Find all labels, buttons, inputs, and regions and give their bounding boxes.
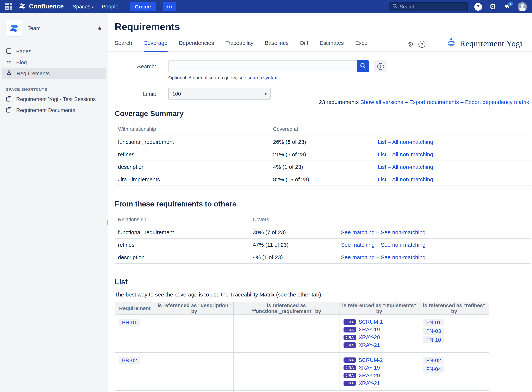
table-row: Jira - implements 82% (19 of 23) List – … [115,173,531,186]
help-button[interactable]: ? [474,2,482,11]
jira-issue[interactable]: XRAY-21 [359,380,380,386]
export-requirements-link[interactable]: Export requirements [409,99,459,105]
refines-cell: FN-01 FN-03 FN-10 [419,315,489,352]
tab-traceability[interactable]: Traceability [225,40,253,52]
sidebar-item-requirements[interactable]: Requirements [2,68,106,79]
description-cell [155,315,234,352]
see-matching-link[interactable]: See matching [341,229,375,235]
see-non-matching-link[interactable]: See non-matching [381,254,426,260]
create-more-button[interactable]: ••• [163,2,176,11]
run-search-button[interactable] [357,60,369,72]
coverage-list-table: Requirement is referenced as "descriptio… [115,302,489,392]
list-link[interactable]: List [378,151,386,157]
search-help-button[interactable]: ? [374,60,387,72]
tab-bar: Search Coverage Dependencies Traceabilit… [108,40,532,52]
jira-issue[interactable]: XRAY-20 [359,373,380,378]
create-button[interactable]: Create [130,2,156,11]
list-link[interactable]: List [378,139,386,145]
see-non-matching-link[interactable]: See non-matching [381,242,426,248]
jira-issue-link: JIRAXRAY-21 [344,342,415,348]
space-shortcuts-title: SPACE SHORTCUTS [0,79,108,94]
app-switcher-icon[interactable] [5,3,12,10]
export-dependency-matrix-link[interactable]: Export dependency matrix [465,99,529,105]
sidebar-item-label: Pages [16,48,31,54]
jira-issue[interactable]: SCRUM-1 [359,319,383,325]
jira-issue[interactable]: XRAY-19 [359,327,380,333]
jira-issue-link: JIRASCRUM-2 [344,357,415,363]
list-title: List [115,278,128,286]
requirement-chip[interactable]: FN-01 [423,319,444,326]
nav-people[interactable]: People [102,4,118,9]
tab-diff[interactable]: Diff [300,40,308,52]
gear-icon: ⚙ [489,3,496,10]
space-logo[interactable] [6,20,22,36]
column-header: Covered at [273,126,298,132]
pages-icon [6,48,12,55]
coverage-summary-title: Coverage Summary [115,109,184,118]
tab-coverage[interactable]: Coverage [144,40,167,52]
confluence-logo[interactable]: Confluence [18,2,64,11]
show-all-versions-link[interactable]: Show all versions [360,99,403,105]
jira-issue[interactable]: XRAY-19 [359,365,380,371]
shortcut-test-sessions[interactable]: Requirement Yogi - Test Sessions [2,94,106,105]
sidebar-item-blog[interactable]: ” Blog [2,57,106,68]
jira-issue-link: JIRAXRAY-19 [344,327,415,333]
sidebar-item-label: Requirements [17,70,50,76]
search-syntax-link[interactable]: search syntax [248,75,277,80]
settings-button[interactable]: ⚙ [488,2,497,11]
chevron-down-icon: ▾ [92,5,94,9]
all-non-matching-link[interactable]: All non-matching [392,139,433,145]
tab-search[interactable]: Search [115,40,132,52]
yogi-logo-icon [447,37,457,48]
requirement-chip[interactable]: BR-01 [119,319,140,326]
shortcut-requirement-documents[interactable]: Requirement Documents [2,105,106,116]
requirement-chip[interactable]: FN-10 [423,336,444,343]
jira-issue-link: JIRASCRUM-1 [344,319,415,325]
question-icon: ? [474,3,482,10]
implements-cell: JIRASCRUM-3 [340,391,419,392]
table-row: functional_requirement 26% (6 of 23) Lis… [115,135,531,148]
jira-issue[interactable]: XRAY-20 [359,335,380,340]
sidebar-item-pages[interactable]: Pages [2,46,106,57]
jira-issue[interactable]: SCRUM-2 [359,357,383,363]
all-non-matching-link[interactable]: All non-matching [392,164,433,170]
tab-excel[interactable]: Excel [355,40,369,52]
global-search-input[interactable]: Search [389,2,468,11]
jira-issue-link: JIRAXRAY-20 [344,334,415,340]
main-content: Requirements Search Coverage Dependencie… [108,13,532,392]
jira-issue-link: JIRAXRAY-19 [344,365,415,371]
tab-estimates[interactable]: Estimates [320,40,344,52]
coverage-help-icon[interactable]: ? [419,41,425,48]
implements-cell: JIRASCRUM-2 JIRAXRAY-19 JIRAXRAY-20 JIRA… [340,353,419,390]
all-non-matching-link[interactable]: All non-matching [392,151,433,157]
see-non-matching-link[interactable]: See non-matching [381,229,426,235]
requirement-search-input[interactable] [168,60,358,72]
page-title: Requirements [115,21,180,33]
requirement-chip[interactable]: FN-02 [423,357,444,364]
requirement-chip[interactable]: FN-04 [423,366,444,373]
list-link[interactable]: List [378,176,386,182]
notification-badge: 1 [507,1,514,7]
requirement-yogi-brand: Requirement Yogi [447,37,523,48]
space-name[interactable]: Team [28,25,41,31]
notifications-button[interactable]: 1 [503,2,512,11]
see-matching-link[interactable]: See matching [341,254,375,260]
brand-name: Requirement Yogi [460,39,523,48]
all-non-matching-link[interactable]: All non-matching [392,176,433,182]
user-avatar[interactable] [518,2,527,11]
limit-select[interactable]: 100 ▾ [168,88,271,100]
list-link[interactable]: List [378,164,386,170]
tab-baselines[interactable]: Baselines [265,40,289,52]
nav-spaces[interactable]: Spaces▾ [73,4,94,9]
jira-issue[interactable]: XRAY-21 [359,342,380,348]
column-header: is referenced as "implements" by [340,302,419,314]
tab-dependencies[interactable]: Dependencies [179,40,214,52]
requirement-chip[interactable]: FN-03 [423,327,444,335]
see-matching-link[interactable]: See matching [341,242,375,248]
table-row: refines 21% (5 of 23) List – All non-mat… [115,148,531,161]
coverage-settings-gear-icon[interactable]: ⚙ [408,40,414,48]
table-row: functional_requirement 30% (7 of 23) See… [115,226,531,239]
requirement-chip[interactable]: BR-02 [119,357,140,364]
star-icon[interactable]: ★ [97,25,103,32]
shortcut-icon [6,96,12,103]
